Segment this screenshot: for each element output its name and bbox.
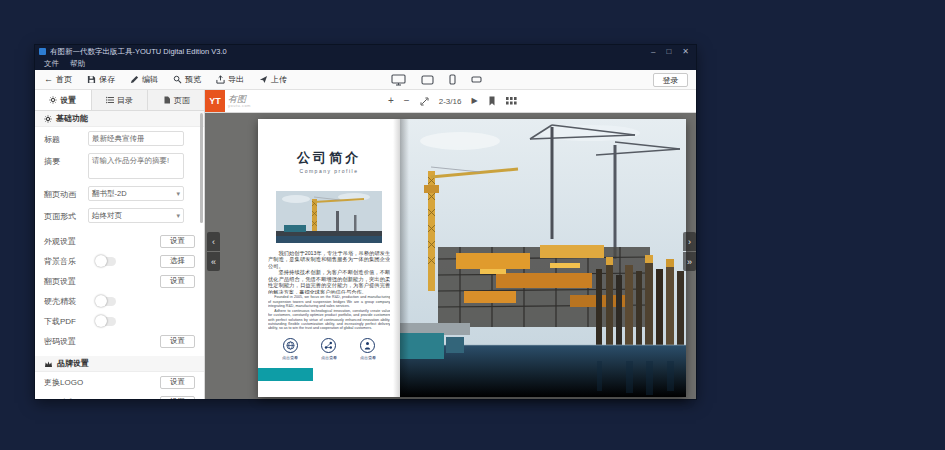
crane-thumbnail-image — [276, 191, 382, 243]
app-icon — [39, 48, 46, 55]
bgm-row: 背景音乐 选择 — [35, 251, 204, 271]
bookmark-icon[interactable] — [488, 96, 496, 106]
app-window: 有图新一代数字出版工具-YOUTU Digital Edition V3.0 –… — [35, 45, 696, 399]
menu-file[interactable]: 文件 — [44, 59, 59, 69]
teal-footer-bar — [258, 368, 313, 381]
upload-button[interactable]: 上传 — [259, 74, 287, 85]
left-nav-tab: ‹ « — [207, 232, 220, 271]
flip-animation-select[interactable]: 翻书型-2D ▾ — [88, 186, 184, 201]
tab-pages-label: 页面 — [174, 95, 190, 106]
person-icon — [363, 341, 372, 350]
sidebar-scrollbar[interactable] — [200, 113, 203, 223]
zoom-in-button[interactable]: + — [388, 96, 394, 106]
english-intro-text: Founded in 2005, we focus on the R&D, pr… — [268, 295, 390, 337]
last-page-button[interactable]: » — [683, 252, 696, 271]
main-toolbar: ← 首页 保存 编辑 预览 导出 上传 登录 — [35, 70, 696, 90]
flipbook-viewer: YT 有图 youtu.com + − 2-3/16 ▶ ‹ — [205, 90, 696, 399]
download-pdf-label: 下载PDF — [44, 316, 96, 327]
gear-icon — [49, 96, 57, 104]
fullscreen-icon[interactable] — [420, 97, 429, 106]
first-page-button[interactable]: « — [207, 252, 220, 271]
preview-button[interactable]: 预览 — [173, 74, 201, 85]
network-icon — [324, 341, 333, 350]
badge-globe[interactable]: 点击查看 — [274, 338, 306, 366]
bgm-choose-button[interactable]: 选择 — [160, 255, 195, 268]
next-page-button[interactable]: › — [683, 232, 696, 251]
chinese-intro-text: 我们始创于2013年，专注于吊塔，吊桥的研发生产制造，是集研发制造和销售服务为一… — [268, 250, 390, 294]
appearance-label: 外观设置 — [44, 236, 96, 247]
company-profile-subtitle: Company profile — [258, 168, 400, 174]
flip-animation-row: 翻页动画 翻书型-2D ▾ — [35, 182, 204, 204]
brand-wordmark: 有图 youtu.com — [228, 95, 251, 108]
menu-bar: 文件 帮助 — [35, 58, 696, 70]
badge-network[interactable]: 点击查看 — [313, 338, 345, 366]
section-basic-label: 基础功能 — [56, 113, 88, 124]
password-row: 密码设置 设置 — [35, 331, 204, 351]
hardcover-label: 硬壳精装 — [44, 296, 96, 307]
preview-label: 预览 — [185, 74, 201, 85]
tablet-preview-icon[interactable] — [421, 75, 434, 85]
right-nav-tab: › » — [683, 232, 696, 271]
upload-label: 上传 — [271, 74, 287, 85]
flip-settings-row: 翻页设置 设置 — [35, 271, 204, 291]
phone-preview-icon[interactable] — [449, 74, 456, 85]
preview-magnifier-icon — [173, 75, 182, 84]
cn-paragraph-2: 坚持持续技术创新，为客户不断创造价值，不断优化产品组合，凭借不断增强的创新能力，… — [268, 270, 390, 295]
book-spread[interactable]: 公司简介 Company profile — [258, 119, 686, 397]
widescreen-preview-icon[interactable] — [471, 76, 482, 83]
hardcover-toggle[interactable] — [96, 297, 116, 306]
summary-textarea[interactable] — [88, 153, 184, 179]
replace-logo-label: 更换LOGO — [44, 377, 96, 388]
sidebar-tabs: 设置 目录 页面 — [35, 90, 204, 111]
viewer-controls: + − 2-3/16 ▶ — [388, 90, 517, 112]
prev-page-button[interactable]: ‹ — [207, 232, 220, 251]
desktop-preview-icon[interactable] — [391, 74, 406, 86]
appearance-settings-button[interactable]: 设置 — [160, 235, 195, 248]
brand-sub: youtu.com — [228, 104, 251, 108]
save-button[interactable]: 保存 — [87, 74, 115, 85]
badge-person[interactable]: 点击查看 — [352, 338, 384, 366]
home-button[interactable]: ← 首页 — [44, 74, 72, 85]
page-mode-row: 页面形式 始终对页 ▾ — [35, 204, 204, 226]
download-pdf-toggle[interactable] — [96, 317, 116, 326]
replace-logo-button[interactable]: 设置 — [160, 376, 195, 389]
password-settings-button[interactable]: 设置 — [160, 335, 195, 348]
menu-help[interactable]: 帮助 — [70, 59, 85, 69]
device-preview-group — [391, 70, 482, 89]
badge-caption: 点击查看 — [360, 355, 376, 361]
list-icon — [106, 96, 114, 104]
close-button[interactable]: ✕ — [682, 48, 689, 56]
login-button[interactable]: 登录 — [653, 73, 688, 87]
tab-contents-label: 目录 — [117, 95, 133, 106]
watermark-settings-button[interactable]: 设置 — [160, 396, 195, 400]
title-input[interactable] — [88, 131, 184, 146]
export-button[interactable]: 导出 — [216, 74, 244, 85]
page-mode-select[interactable]: 始终对页 ▾ — [88, 208, 184, 223]
viewer-toolbar: YT 有图 youtu.com + − 2-3/16 ▶ — [205, 90, 696, 113]
autoplay-button[interactable]: ▶ — [471, 96, 477, 106]
export-label: 导出 — [228, 74, 244, 85]
bgm-toggle[interactable] — [96, 257, 116, 266]
flip-settings-button[interactable]: 设置 — [160, 275, 195, 288]
thumbnail-grid-icon[interactable] — [506, 97, 517, 105]
minimize-button[interactable]: – — [651, 48, 655, 56]
page-indicator: 2-3/16 — [439, 97, 462, 106]
zoom-out-button[interactable]: − — [404, 96, 410, 106]
upload-plane-icon — [259, 75, 268, 84]
summary-field-row: 摘要 — [35, 149, 204, 182]
edit-button[interactable]: 编辑 — [130, 74, 158, 85]
content-area: 设置 目录 页面 基础功能 标题 — [35, 90, 696, 399]
en-paragraph-2: Adhere to continuous technological innov… — [268, 309, 390, 330]
maximize-button[interactable]: □ — [666, 48, 671, 56]
flip-animation-label: 翻页动画 — [44, 186, 82, 200]
globe-icon — [286, 341, 295, 350]
tab-pages[interactable]: 页面 — [148, 90, 204, 110]
left-page: 公司简介 Company profile — [258, 119, 400, 397]
tab-contents[interactable]: 目录 — [92, 90, 149, 110]
tab-settings[interactable]: 设置 — [35, 90, 92, 110]
password-label: 密码设置 — [44, 336, 96, 347]
appearance-row: 外观设置 设置 — [35, 231, 204, 251]
hardcover-row: 硬壳精装 — [35, 291, 204, 311]
title-field-row: 标题 — [35, 127, 204, 149]
edit-pencil-icon — [130, 75, 139, 84]
